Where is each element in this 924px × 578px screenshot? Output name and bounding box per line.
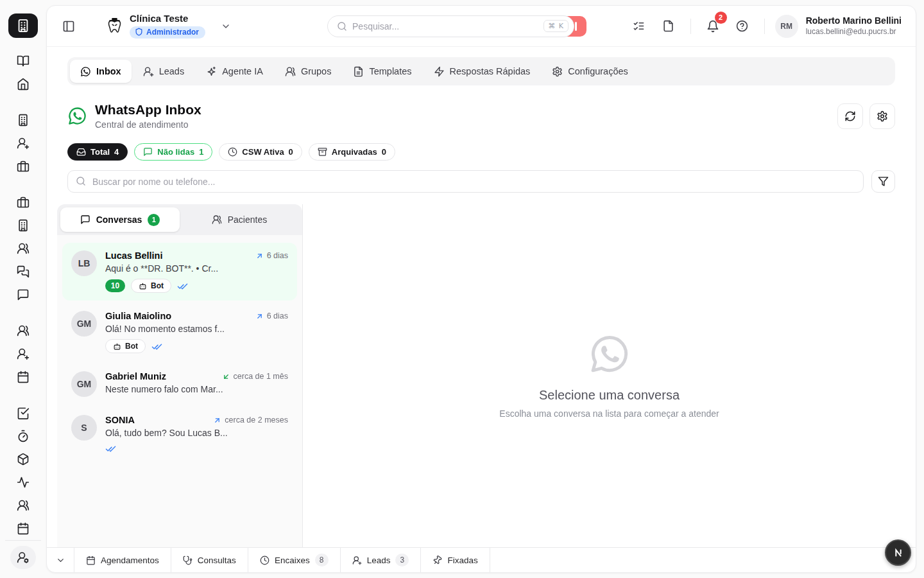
bottom-tab-encaixes[interactable]: Encaixes 8 xyxy=(248,548,340,572)
document-icon[interactable] xyxy=(657,15,680,38)
chevron-down-icon[interactable] xyxy=(221,21,231,31)
calendar-icon[interactable] xyxy=(10,365,36,389)
calendar-icon[interactable] xyxy=(10,517,36,540)
top-right-actions: 2 RM Roberto Marino Bellini lucas.bellin… xyxy=(628,15,902,38)
building-icon[interactable] xyxy=(10,109,36,132)
file-text-icon xyxy=(353,66,364,77)
conversation-search-input[interactable] xyxy=(67,170,864,193)
home-icon[interactable] xyxy=(10,73,36,96)
whatsapp-icon xyxy=(67,106,87,126)
calendar-icon xyxy=(86,556,96,565)
tab-agente-ia[interactable]: Agente IA xyxy=(196,60,273,83)
sidebar-toggle-icon[interactable] xyxy=(57,15,80,38)
global-search-pill: ⌘ K xyxy=(327,15,574,37)
clock-icon xyxy=(260,556,270,565)
refresh-button[interactable] xyxy=(837,103,863,129)
user-email: lucas.bellini@edu.pucrs.br xyxy=(806,27,902,37)
user-avatar[interactable]: RM xyxy=(775,15,798,38)
user-info[interactable]: Roberto Marino Bellini lucas.bellini@edu… xyxy=(806,15,902,37)
conversation-time: 6 dias xyxy=(255,251,288,260)
tab-respostas-rapidas[interactable]: Respostas Rápidas xyxy=(424,60,541,83)
bottom-bar: Agendamentos Consultas Encaixes 8 Leads … xyxy=(47,547,916,572)
users-icon[interactable] xyxy=(10,237,36,260)
briefcase-icon[interactable] xyxy=(10,155,36,178)
tab-pacientes[interactable]: Pacientes xyxy=(180,207,299,232)
contact-name: SONIA xyxy=(105,415,135,425)
encaixes-count-badge: 8 xyxy=(315,554,329,566)
bottom-tab-fixadas[interactable]: Fixadas xyxy=(420,548,490,572)
conversation-item[interactable]: LB Lucas Bellini 6 dias Aqui é o **DR. B… xyxy=(62,243,297,301)
tasks-icon[interactable] xyxy=(628,15,651,38)
empty-state: Selecione uma conversa Escolha uma conve… xyxy=(303,204,916,547)
double-check-icon xyxy=(105,443,116,454)
double-check-icon xyxy=(177,281,188,292)
search-icon xyxy=(337,21,347,31)
page-subtitle: Central de atendimento xyxy=(95,119,201,130)
contact-name: Lucas Bellini xyxy=(105,250,162,261)
message-icon[interactable] xyxy=(10,283,36,306)
messages-icon[interactable] xyxy=(10,260,36,283)
bottom-tab-leads[interactable]: Leads 3 xyxy=(340,548,421,572)
chip-arquivadas[interactable]: Arquivadas0 xyxy=(309,143,395,161)
help-icon[interactable] xyxy=(731,15,754,38)
inbox-header: WhatsApp Inbox Central de atendimento xyxy=(67,102,895,130)
user-gear-icon[interactable] xyxy=(10,546,36,569)
building-icon[interactable] xyxy=(10,214,36,237)
conversation-item[interactable]: GM Gabriel Muniz cerca de 1 mês Neste nu… xyxy=(62,363,297,405)
sparkles-icon xyxy=(206,66,217,77)
package-icon[interactable] xyxy=(10,448,36,471)
divider xyxy=(690,19,691,34)
activity-icon[interactable] xyxy=(10,471,36,494)
tab-inbox[interactable]: Inbox xyxy=(70,60,132,83)
global-search-input[interactable] xyxy=(352,21,538,31)
conversation-item[interactable]: S SONIA cerca de 2 meses Olá, tudo bem? … xyxy=(62,407,297,462)
check-square-icon[interactable] xyxy=(10,401,36,425)
tab-conversas[interactable]: Conversas 1 xyxy=(60,207,180,232)
divider xyxy=(764,19,765,34)
tab-grupos[interactable]: Grupos xyxy=(275,60,342,83)
timer-icon[interactable] xyxy=(10,425,36,448)
chip-csw-ativa[interactable]: CSW Ativa0 xyxy=(219,143,302,161)
contact-name: Gabriel Muniz xyxy=(105,371,166,381)
unread-count-badge: 10 xyxy=(105,279,125,292)
zap-icon xyxy=(434,66,445,77)
left-rail xyxy=(0,0,46,578)
tab-leads[interactable]: Leads xyxy=(133,60,195,83)
arrow-up-right-icon xyxy=(255,252,264,260)
leads-count-badge: 3 xyxy=(395,554,409,566)
filter-button[interactable] xyxy=(871,170,895,193)
bottom-tab-consultas[interactable]: Consultas xyxy=(171,548,248,572)
page-title: WhatsApp Inbox xyxy=(95,102,201,118)
double-check-icon xyxy=(151,341,162,352)
clinic-switcher[interactable]: Clínica Teste Administrador xyxy=(106,13,231,39)
top-bar: Clínica Teste Administrador ⌘ K xyxy=(47,6,916,47)
users-icon[interactable] xyxy=(10,319,36,342)
user-plus-icon xyxy=(352,556,362,565)
dev-tools-badge[interactable] xyxy=(885,539,911,566)
chip-total[interactable]: Total4 xyxy=(67,143,128,161)
collapse-chevron-icon[interactable] xyxy=(47,548,74,572)
tab-configuracoes[interactable]: Configurações xyxy=(542,60,638,83)
chip-nao-lidas[interactable]: Não lidas1 xyxy=(134,143,212,161)
shield-icon xyxy=(135,28,143,36)
users-icon[interactable] xyxy=(10,494,36,517)
book-open-icon[interactable] xyxy=(10,49,36,73)
settings-button[interactable] xyxy=(869,103,895,129)
user-plus-icon[interactable] xyxy=(10,342,36,365)
tooth-mascot-icon xyxy=(106,17,123,35)
app-logo[interactable] xyxy=(8,13,38,38)
list-tabs: Conversas 1 Pacientes xyxy=(57,204,302,235)
tab-templates[interactable]: Templates xyxy=(343,60,422,83)
filter-chips: Total4 Não lidas1 CSW Ativa0 Arquivadas0 xyxy=(67,143,895,161)
bot-icon xyxy=(113,342,121,351)
conversation-item[interactable]: GM Giulia Maiolino 6 dias Olá! No moment… xyxy=(62,303,297,361)
conversation-time: cerca de 1 mês xyxy=(222,372,288,381)
filter-icon xyxy=(878,176,889,187)
message-icon xyxy=(80,215,90,225)
bottom-tab-agendamentos[interactable]: Agendamentos xyxy=(74,548,171,572)
briefcase-icon[interactable] xyxy=(10,191,36,214)
user-plus-icon[interactable] xyxy=(10,132,36,155)
conversation-time: cerca de 2 meses xyxy=(213,416,288,425)
list-search-row xyxy=(67,170,895,193)
stethoscope-icon xyxy=(183,556,193,565)
